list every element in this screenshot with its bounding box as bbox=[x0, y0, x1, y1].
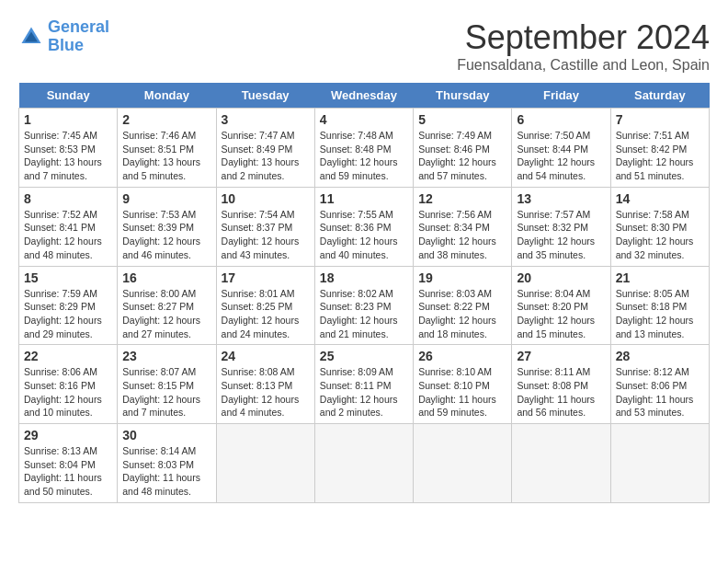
calendar-week-2: 8Sunrise: 7:52 AM Sunset: 8:41 PM Daylig… bbox=[19, 187, 710, 266]
day-info: Sunrise: 7:59 AM Sunset: 8:29 PM Dayligh… bbox=[24, 287, 112, 341]
calendar-cell: 2Sunrise: 7:46 AM Sunset: 8:51 PM Daylig… bbox=[118, 109, 216, 188]
calendar-cell: 5Sunrise: 7:49 AM Sunset: 8:46 PM Daylig… bbox=[414, 109, 512, 188]
calendar-cell: 21Sunrise: 8:05 AM Sunset: 8:18 PM Dayli… bbox=[610, 266, 709, 345]
calendar-cell: 7Sunrise: 7:51 AM Sunset: 8:42 PM Daylig… bbox=[610, 109, 709, 188]
day-number: 23 bbox=[122, 349, 210, 363]
calendar-cell: 15Sunrise: 7:59 AM Sunset: 8:29 PM Dayli… bbox=[19, 266, 118, 345]
day-number: 5 bbox=[418, 112, 506, 127]
day-number: 4 bbox=[320, 112, 408, 127]
day-header-wednesday: Wednesday bbox=[314, 83, 413, 109]
day-info: Sunrise: 8:13 AM Sunset: 8:04 PM Dayligh… bbox=[24, 444, 112, 499]
day-number: 11 bbox=[320, 191, 408, 206]
title-section: September 2024 Fuensaldana, Castille and… bbox=[457, 18, 710, 74]
day-info: Sunrise: 7:56 AM Sunset: 8:34 PM Dayligh… bbox=[418, 208, 506, 262]
day-info: Sunrise: 8:00 AM Sunset: 8:27 PM Dayligh… bbox=[122, 287, 210, 341]
calendar-header-row: SundayMondayTuesdayWednesdayThursdayFrid… bbox=[19, 83, 710, 109]
day-number: 25 bbox=[320, 349, 408, 363]
calendar-cell: 6Sunrise: 7:50 AM Sunset: 8:44 PM Daylig… bbox=[512, 109, 610, 188]
calendar-cell: 16Sunrise: 8:00 AM Sunset: 8:27 PM Dayli… bbox=[118, 266, 216, 345]
calendar-cell: 10Sunrise: 7:54 AM Sunset: 8:37 PM Dayli… bbox=[216, 187, 314, 266]
day-info: Sunrise: 7:57 AM Sunset: 8:32 PM Dayligh… bbox=[517, 208, 605, 262]
calendar-cell: 27Sunrise: 8:11 AM Sunset: 8:08 PM Dayli… bbox=[512, 345, 610, 424]
calendar-cell bbox=[216, 424, 314, 503]
day-info: Sunrise: 8:01 AM Sunset: 8:25 PM Dayligh… bbox=[222, 287, 310, 341]
day-number: 13 bbox=[517, 191, 605, 206]
calendar-cell: 25Sunrise: 8:09 AM Sunset: 8:11 PM Dayli… bbox=[314, 345, 413, 424]
logo-line2: Blue bbox=[48, 36, 84, 54]
calendar-cell bbox=[314, 424, 413, 503]
day-info: Sunrise: 8:02 AM Sunset: 8:23 PM Dayligh… bbox=[320, 287, 408, 341]
day-number: 3 bbox=[222, 112, 310, 127]
day-number: 21 bbox=[616, 270, 704, 285]
day-number: 28 bbox=[616, 349, 704, 363]
day-info: Sunrise: 8:09 AM Sunset: 8:11 PM Dayligh… bbox=[320, 365, 408, 419]
day-number: 22 bbox=[24, 349, 112, 363]
day-number: 1 bbox=[24, 112, 112, 127]
calendar-cell: 19Sunrise: 8:03 AM Sunset: 8:22 PM Dayli… bbox=[414, 266, 512, 345]
calendar-table: SundayMondayTuesdayWednesdayThursdayFrid… bbox=[18, 83, 710, 503]
calendar-cell bbox=[512, 424, 610, 503]
day-info: Sunrise: 8:03 AM Sunset: 8:22 PM Dayligh… bbox=[418, 287, 506, 341]
calendar-cell: 8Sunrise: 7:52 AM Sunset: 8:41 PM Daylig… bbox=[19, 187, 118, 266]
calendar-cell: 17Sunrise: 8:01 AM Sunset: 8:25 PM Dayli… bbox=[216, 266, 314, 345]
day-info: Sunrise: 7:51 AM Sunset: 8:42 PM Dayligh… bbox=[616, 129, 704, 183]
day-info: Sunrise: 7:45 AM Sunset: 8:53 PM Dayligh… bbox=[24, 129, 112, 183]
day-number: 18 bbox=[320, 270, 408, 285]
day-info: Sunrise: 8:10 AM Sunset: 8:10 PM Dayligh… bbox=[418, 365, 506, 419]
day-info: Sunrise: 7:50 AM Sunset: 8:44 PM Dayligh… bbox=[517, 129, 605, 183]
day-number: 9 bbox=[122, 191, 210, 206]
calendar-cell: 14Sunrise: 7:58 AM Sunset: 8:30 PM Dayli… bbox=[610, 187, 709, 266]
day-info: Sunrise: 8:08 AM Sunset: 8:13 PM Dayligh… bbox=[222, 365, 310, 419]
day-number: 8 bbox=[24, 191, 112, 206]
calendar-cell: 22Sunrise: 8:06 AM Sunset: 8:16 PM Dayli… bbox=[19, 345, 118, 424]
day-info: Sunrise: 7:54 AM Sunset: 8:37 PM Dayligh… bbox=[222, 208, 310, 262]
day-info: Sunrise: 8:14 AM Sunset: 8:03 PM Dayligh… bbox=[122, 444, 210, 499]
calendar-week-3: 15Sunrise: 7:59 AM Sunset: 8:29 PM Dayli… bbox=[19, 266, 710, 345]
calendar-cell: 30Sunrise: 8:14 AM Sunset: 8:03 PM Dayli… bbox=[118, 424, 216, 503]
calendar-cell: 3Sunrise: 7:47 AM Sunset: 8:49 PM Daylig… bbox=[216, 109, 314, 188]
day-number: 10 bbox=[222, 191, 310, 206]
day-info: Sunrise: 7:47 AM Sunset: 8:49 PM Dayligh… bbox=[222, 129, 310, 183]
calendar-week-5: 29Sunrise: 8:13 AM Sunset: 8:04 PM Dayli… bbox=[19, 424, 710, 503]
day-number: 7 bbox=[616, 112, 704, 127]
day-number: 15 bbox=[24, 270, 112, 285]
logo: General Blue bbox=[18, 18, 109, 55]
calendar-cell bbox=[610, 424, 709, 503]
calendar-cell: 1Sunrise: 7:45 AM Sunset: 8:53 PM Daylig… bbox=[19, 109, 118, 188]
calendar-cell: 24Sunrise: 8:08 AM Sunset: 8:13 PM Dayli… bbox=[216, 345, 314, 424]
day-number: 6 bbox=[517, 112, 605, 127]
day-number: 14 bbox=[616, 191, 704, 206]
day-number: 29 bbox=[24, 428, 112, 442]
day-info: Sunrise: 8:06 AM Sunset: 8:16 PM Dayligh… bbox=[24, 365, 112, 419]
calendar-cell bbox=[414, 424, 512, 503]
day-info: Sunrise: 7:49 AM Sunset: 8:46 PM Dayligh… bbox=[418, 129, 506, 183]
day-info: Sunrise: 8:11 AM Sunset: 8:08 PM Dayligh… bbox=[517, 365, 605, 419]
calendar-cell: 18Sunrise: 8:02 AM Sunset: 8:23 PM Dayli… bbox=[314, 266, 413, 345]
day-header-tuesday: Tuesday bbox=[216, 83, 314, 109]
day-number: 12 bbox=[418, 191, 506, 206]
main-title: September 2024 bbox=[457, 18, 710, 57]
day-info: Sunrise: 7:53 AM Sunset: 8:39 PM Dayligh… bbox=[122, 208, 210, 262]
calendar-week-1: 1Sunrise: 7:45 AM Sunset: 8:53 PM Daylig… bbox=[19, 109, 710, 188]
day-number: 27 bbox=[517, 349, 605, 363]
day-info: Sunrise: 7:46 AM Sunset: 8:51 PM Dayligh… bbox=[122, 129, 210, 183]
calendar-cell: 26Sunrise: 8:10 AM Sunset: 8:10 PM Dayli… bbox=[414, 345, 512, 424]
calendar-cell: 29Sunrise: 8:13 AM Sunset: 8:04 PM Dayli… bbox=[19, 424, 118, 503]
logo-line1: General bbox=[48, 17, 109, 36]
day-number: 20 bbox=[517, 270, 605, 285]
day-number: 30 bbox=[122, 428, 210, 442]
day-number: 19 bbox=[418, 270, 506, 285]
calendar-cell: 28Sunrise: 8:12 AM Sunset: 8:06 PM Dayli… bbox=[610, 345, 709, 424]
day-header-friday: Friday bbox=[512, 83, 610, 109]
day-header-monday: Monday bbox=[118, 83, 216, 109]
day-info: Sunrise: 7:58 AM Sunset: 8:30 PM Dayligh… bbox=[616, 208, 704, 262]
day-number: 26 bbox=[418, 349, 506, 363]
day-number: 17 bbox=[222, 270, 310, 285]
day-info: Sunrise: 8:04 AM Sunset: 8:20 PM Dayligh… bbox=[517, 287, 605, 341]
header: General Blue September 2024 Fuensaldana,… bbox=[18, 18, 710, 74]
calendar-cell: 20Sunrise: 8:04 AM Sunset: 8:20 PM Dayli… bbox=[512, 266, 610, 345]
day-info: Sunrise: 8:12 AM Sunset: 8:06 PM Dayligh… bbox=[616, 365, 704, 419]
calendar-cell: 12Sunrise: 7:56 AM Sunset: 8:34 PM Dayli… bbox=[414, 187, 512, 266]
day-info: Sunrise: 8:05 AM Sunset: 8:18 PM Dayligh… bbox=[616, 287, 704, 341]
calendar-cell: 9Sunrise: 7:53 AM Sunset: 8:39 PM Daylig… bbox=[118, 187, 216, 266]
